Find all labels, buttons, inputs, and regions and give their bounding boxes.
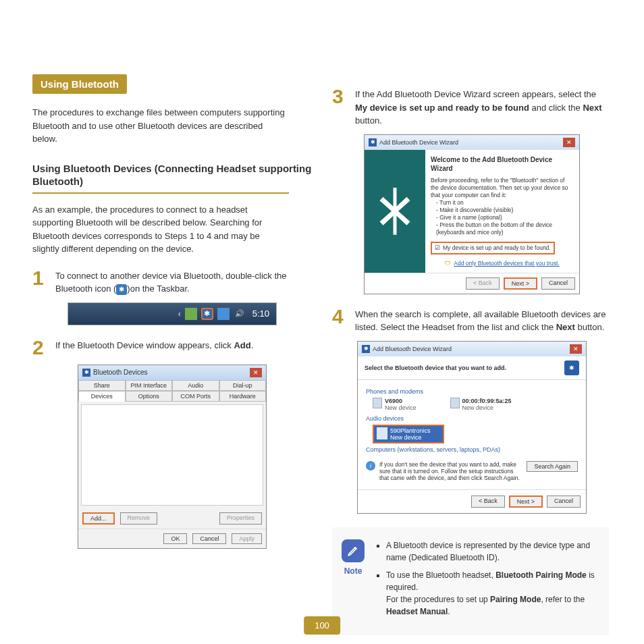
step3-pre: If the Add Bluetooth Device Wizard scree… xyxy=(355,89,596,99)
device-name: V6900 xyxy=(385,398,417,404)
tray-time: 5:10 xyxy=(252,308,269,319)
taskbar-figure: ‹ ✱ 🔊 5:10 xyxy=(68,302,277,325)
device-item[interactable]: 00:00:f0:99:5a:25New device xyxy=(450,398,512,411)
sub-heading: Using Bluetooth Devices (Connecting Head… xyxy=(32,162,312,188)
step-num-2: 2 xyxy=(32,338,49,358)
trust-link[interactable]: Add only Bluetooth devices that you trus… xyxy=(454,260,559,267)
ready-checkbox[interactable]: ☑ My device is set up and ready to be fo… xyxy=(431,242,555,254)
tab-comports[interactable]: COM Ports xyxy=(172,391,219,402)
remove-button[interactable]: Remove xyxy=(120,512,158,525)
step-2: 2 If the Bluetooth Device window appears… xyxy=(32,338,309,358)
cancel-button[interactable]: Cancel xyxy=(192,533,226,544)
selected-device[interactable]: 590PlantronicsNew device xyxy=(373,425,444,444)
close-icon[interactable]: ✕ xyxy=(250,368,262,377)
tab-share[interactable]: Share xyxy=(78,380,126,391)
device-name: 00:00:f0:99:5a:25 xyxy=(462,398,512,404)
note-b2-l2-bold: Pairing Mode xyxy=(490,595,541,604)
wizard1-bullet: - Give it a name (optional) xyxy=(436,214,574,221)
step-2-text: If the Bluetooth Device window appears, … xyxy=(55,338,253,352)
tray-bluetooth-icon: ✱ xyxy=(201,308,213,320)
cancel-button[interactable]: Cancel xyxy=(541,277,575,290)
note-label: Note xyxy=(344,566,363,576)
search-again-button[interactable]: Search Again xyxy=(527,461,578,472)
note-box: Note A Bluetooth device is represented b… xyxy=(332,527,609,635)
bluetooth-icon: ✱ xyxy=(116,284,127,295)
back-button[interactable]: < Back xyxy=(471,495,505,508)
intro-text: The procedures to exchange files between… xyxy=(32,106,289,146)
step-4-text: When the search is complete, all availab… xyxy=(355,306,609,334)
back-button[interactable]: < Back xyxy=(466,277,500,290)
step-num-3: 3 xyxy=(332,86,348,107)
step3-bold2: Next xyxy=(583,103,601,113)
bluetooth-symbol-icon xyxy=(378,188,412,235)
device-sub: New device xyxy=(390,434,431,441)
section-heading: Using Bluetooth xyxy=(32,74,127,94)
wizard-bluetooth-icon: ✱ xyxy=(369,138,377,146)
step2-pre: If the Bluetooth Device window appears, … xyxy=(55,340,234,350)
tab-options[interactable]: Options xyxy=(126,391,173,402)
add-button[interactable]: Add... xyxy=(82,512,115,525)
device-sub: New device xyxy=(462,404,512,411)
tab-hardware[interactable]: Hardware xyxy=(219,391,267,402)
apply-button[interactable]: Apply xyxy=(232,533,262,544)
close-icon[interactable]: ✕ xyxy=(570,344,582,354)
info-text: If you don't see the device that you wan… xyxy=(379,461,522,481)
wizard2-prompt: Select the Bluetooth device that you wan… xyxy=(365,365,506,371)
wizard1-bullet: - Turn it on xyxy=(436,199,574,207)
wizard-bluetooth-icon: ✱ xyxy=(362,345,370,353)
wizard2-title: Add Bluetooth Device Wizard xyxy=(373,346,452,352)
wizard1-bullet: - Press the button on the bottom of the … xyxy=(436,221,574,236)
tab-devices[interactable]: Devices xyxy=(78,391,126,402)
note-b2-pre: To use the Bluetooth headset, xyxy=(386,570,495,580)
tab-audio[interactable]: Audio xyxy=(172,380,219,391)
note-b2-l2-bold2: Headset Manual xyxy=(386,607,448,616)
step-num-4: 4 xyxy=(332,306,348,327)
next-button[interactable]: Next > xyxy=(509,495,543,508)
step3-post: button. xyxy=(355,115,382,126)
add-bluetooth-wizard-2: ✱ Add Bluetooth Device Wizard ✕ Select t… xyxy=(357,341,587,514)
category-computers: Computers (workstations, servers, laptop… xyxy=(366,446,578,453)
step-num-1: 1 xyxy=(32,268,49,288)
tab-dialup[interactable]: Dial-up xyxy=(219,380,267,391)
checkbox-label: My device is set up and ready to be foun… xyxy=(443,244,551,252)
step-4: 4 When the search is complete, all avail… xyxy=(332,306,609,334)
add-bluetooth-wizard-1: ✱ Add Bluetooth Device Wizard ✕ Welcome … xyxy=(364,134,580,294)
tab-pim[interactable]: PIM Interface xyxy=(126,380,173,391)
note-b2-l2-mid: , refer to the xyxy=(541,595,585,604)
ok-button[interactable]: OK xyxy=(163,533,187,544)
step4-bold: Next xyxy=(556,322,575,332)
note-b2-l2-post: . xyxy=(448,607,450,616)
note-pencil-icon xyxy=(342,539,365,562)
category-audio: Audio devices xyxy=(366,415,578,422)
note-b2-bold: Bluetooth Pairing Mode xyxy=(495,570,587,580)
sub-intro: As an example, the procedures to connect… xyxy=(32,203,289,256)
step-1-text: To connect to another device via Bluetoo… xyxy=(55,268,309,296)
device-sub: New device xyxy=(385,404,417,411)
step-3-text: If the Add Bluetooth Device Wizard scree… xyxy=(355,86,609,128)
window-bluetooth-icon: ✱ xyxy=(82,369,90,377)
wizard1-desc: Before proceeding, refer to the "Bluetoo… xyxy=(431,177,574,199)
page-number: 100 xyxy=(304,616,340,635)
tray-icon xyxy=(185,308,197,320)
cancel-button[interactable]: Cancel xyxy=(547,495,581,508)
step1-post: )on the Taskbar. xyxy=(127,284,189,294)
phone-icon xyxy=(450,398,460,408)
close-icon[interactable]: ✕ xyxy=(563,138,575,147)
tray-chevron-icon: ‹ xyxy=(178,309,181,319)
tray-volume-icon: 🔊 xyxy=(234,308,246,320)
window-title: Bluetooth Devices xyxy=(93,369,148,376)
step2-bold: Add xyxy=(234,340,250,350)
tray-network-icon xyxy=(217,308,230,320)
properties-button[interactable]: Properties xyxy=(219,512,262,525)
device-list-area xyxy=(81,404,263,506)
next-button[interactable]: Next > xyxy=(504,277,537,290)
step2-post: . xyxy=(251,340,254,350)
device-item[interactable]: V6900New device xyxy=(373,398,417,411)
bluetooth-devices-window: ✱ Bluetooth Devices ✕ Share PIM Interfac… xyxy=(78,365,267,549)
step-1: 1 To connect to another device via Bluet… xyxy=(32,268,309,296)
note-b2-l2-pre: For the procedures to set up xyxy=(386,595,490,604)
headset-icon xyxy=(377,427,387,439)
step3-mid: and click the xyxy=(529,103,583,113)
wizard1-bullet: - Make it discoverable (visible) xyxy=(436,207,574,214)
shield-icon: 🛡 xyxy=(445,260,451,267)
